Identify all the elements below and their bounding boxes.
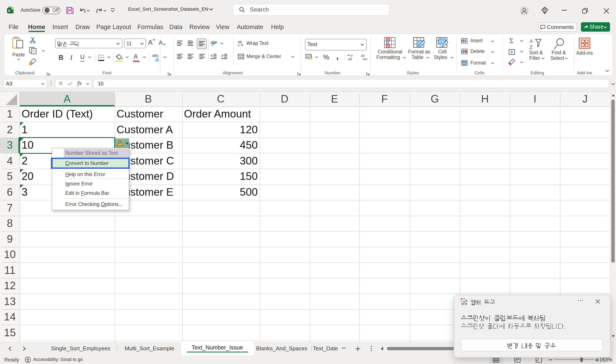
svg-text:.00: .00: [360, 54, 365, 57]
svg-text:0: 0: [365, 57, 367, 60]
svg-text:.00: .00: [347, 57, 352, 60]
svg-text:0: 0: [351, 54, 353, 57]
svg-text:A: A: [530, 39, 533, 44]
svg-text:A: A: [148, 39, 153, 46]
svg-text:X: X: [8, 9, 11, 13]
svg-text:Σ: Σ: [509, 37, 513, 44]
svg-text:Z: Z: [530, 44, 532, 50]
svg-text:A: A: [159, 39, 162, 46]
svg-text:A: A: [155, 57, 159, 62]
svg-text:c: c: [238, 43, 240, 47]
